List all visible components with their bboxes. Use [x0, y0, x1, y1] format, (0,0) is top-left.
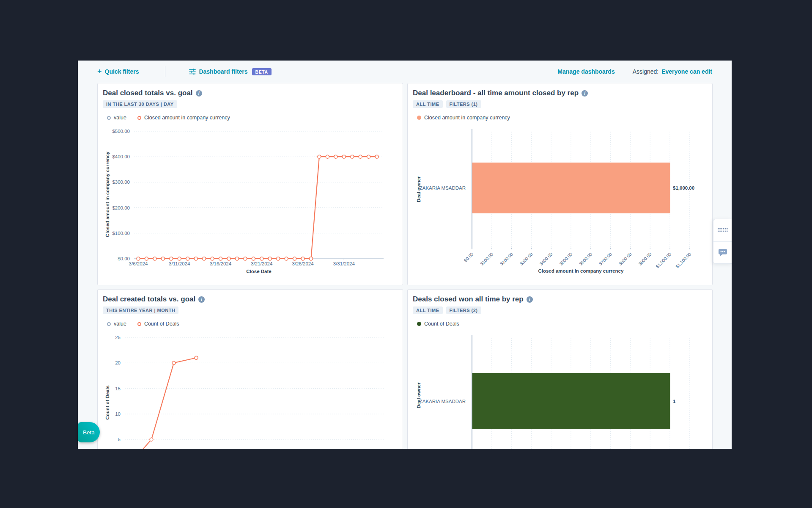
data-point[interactable]: [318, 155, 321, 158]
report-title: Deal created totals vs. goal i: [103, 295, 398, 304]
data-point[interactable]: [211, 257, 214, 260]
info-icon[interactable]: i: [582, 90, 588, 97]
card-header: Deal leaderboard - all time amount close…: [408, 83, 712, 121]
data-point[interactable]: [145, 257, 148, 260]
data-point[interactable]: [219, 257, 222, 260]
plus-icon: +: [97, 69, 102, 75]
data-point[interactable]: [367, 155, 370, 158]
svg-text:Closed amount in company curre: Closed amount in company currency: [105, 151, 110, 237]
date-range-badge: THIS ENTIRE YEAR | MONTH: [103, 306, 178, 314]
data-point[interactable]: [170, 257, 173, 260]
quick-filters-button[interactable]: + Quick filters: [97, 68, 139, 75]
dashboard-filters-button[interactable]: Dashboard filters: [189, 68, 247, 75]
line-series: [138, 157, 377, 259]
data-point[interactable]: [334, 155, 337, 158]
data-point[interactable]: [293, 257, 296, 260]
data-point[interactable]: [194, 257, 198, 260]
legend-item[interactable]: Count of Deals: [137, 321, 179, 327]
data-point[interactable]: [195, 356, 198, 359]
data-point[interactable]: [277, 257, 280, 260]
data-point[interactable]: [285, 257, 288, 260]
bar[interactable]: [472, 373, 670, 429]
svg-text:$200.00: $200.00: [499, 251, 514, 266]
data-point[interactable]: [342, 155, 346, 158]
data-point[interactable]: [252, 257, 255, 260]
badge-row: ALL TIME FILTERS (2): [413, 306, 707, 314]
data-point[interactable]: [359, 155, 362, 158]
data-point[interactable]: [260, 257, 263, 260]
legend-marker: [137, 322, 141, 326]
legend-item[interactable]: value: [107, 115, 126, 121]
date-range-badge: ALL TIME: [413, 306, 443, 314]
svg-text:Deal owner: Deal owner: [416, 382, 421, 409]
data-point[interactable]: [351, 155, 354, 158]
data-point[interactable]: [137, 257, 140, 260]
data-point[interactable]: [309, 257, 313, 260]
info-icon[interactable]: i: [198, 296, 205, 303]
data-point[interactable]: [150, 438, 153, 441]
svg-text:$1,000.00: $1,000.00: [673, 185, 694, 190]
chart-legend: Closed amount in company currency: [417, 115, 707, 121]
svg-text:$600.00: $600.00: [578, 251, 593, 266]
assigned-value-link[interactable]: Everyone can edit: [661, 68, 712, 75]
svg-text:$1,000.00: $1,000.00: [655, 251, 672, 269]
data-point[interactable]: [153, 257, 156, 260]
report-title-text: Deal closed totals vs. goal: [103, 89, 193, 97]
svg-text:Deal owner: Deal owner: [416, 176, 421, 202]
bar[interactable]: [472, 163, 670, 213]
data-point[interactable]: [172, 361, 176, 364]
data-point[interactable]: [203, 257, 206, 260]
svg-text:Closed amount in company curre: Closed amount in company currency: [538, 268, 624, 273]
svg-text:3/6/2024: 3/6/2024: [129, 261, 148, 266]
legend-label: value: [114, 115, 126, 121]
svg-text:ZAKARIA MSADDAR: ZAKARIA MSADDAR: [420, 399, 466, 404]
grid-dots-icon: [718, 228, 728, 232]
comments-button[interactable]: [713, 242, 732, 264]
info-icon[interactable]: i: [527, 296, 533, 303]
svg-text:$1,100.00: $1,100.00: [675, 251, 692, 269]
badge-row: IN THE LAST 30 DAYS | DAY: [103, 100, 398, 108]
svg-text:1: 1: [673, 399, 676, 404]
info-icon[interactable]: i: [196, 90, 202, 97]
svg-text:$500.00: $500.00: [112, 129, 130, 134]
chart-legend: value Count of Deals: [107, 321, 398, 327]
legend-marker: [417, 116, 421, 120]
data-point[interactable]: [326, 155, 329, 158]
badge-row: ALL TIME FILTERS (1): [413, 100, 707, 108]
line-series: [129, 358, 196, 449]
legend-label: Count of Deals: [144, 321, 179, 327]
svg-text:10: 10: [115, 411, 121, 417]
data-point[interactable]: [178, 257, 181, 260]
data-point[interactable]: [268, 257, 272, 260]
data-point[interactable]: [161, 257, 165, 260]
legend-label: value: [114, 321, 126, 327]
beta-feedback-pill[interactable]: Beta: [78, 422, 100, 442]
legend-marker: [107, 322, 111, 326]
data-point[interactable]: [244, 257, 247, 260]
legend-item[interactable]: Count of Deals: [417, 321, 459, 327]
legend-item[interactable]: Closed amount in company currency: [417, 115, 510, 121]
data-point[interactable]: [301, 257, 304, 260]
data-point[interactable]: [235, 257, 239, 260]
legend-item[interactable]: Closed amount in company currency: [137, 115, 230, 121]
data-point[interactable]: [227, 257, 230, 260]
quick-filters-label: Quick filters: [105, 68, 139, 75]
svg-text:20: 20: [115, 360, 121, 365]
side-toolbar: [713, 219, 732, 264]
svg-text:Close Date: Close Date: [246, 269, 271, 274]
dashboard-stage: + Quick filters Dashboard filters BETA: [0, 0, 812, 508]
report-card-deal-leaderboard: Deal leaderboard - all time amount close…: [407, 83, 713, 285]
svg-text:$800.00: $800.00: [617, 251, 632, 266]
filters-badge: FILTERS (2): [446, 306, 481, 314]
dashboard-content: + Quick filters Dashboard filters BETA: [78, 61, 732, 449]
svg-text:$500.00: $500.00: [558, 251, 573, 266]
comment-bubble-icon: [718, 248, 727, 257]
drag-handle-button[interactable]: [713, 219, 732, 241]
data-point[interactable]: [186, 257, 189, 260]
legend-item[interactable]: value: [107, 321, 126, 327]
data-point[interactable]: [375, 155, 379, 158]
assigned-label: Assigned:: [633, 68, 658, 75]
manage-dashboards-link[interactable]: Manage dashboards: [557, 68, 614, 75]
report-title: Deals closed won all time by rep i: [413, 295, 707, 304]
svg-text:$300.00: $300.00: [112, 179, 130, 185]
